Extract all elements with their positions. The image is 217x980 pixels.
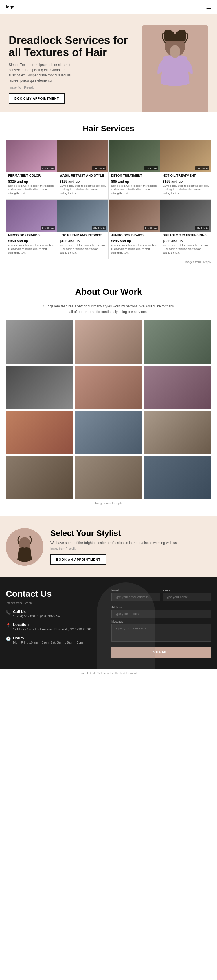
contact-call-item: 📞 Call Us 1 (234) 567 891, 1 (234) 987 6… bbox=[6, 609, 106, 619]
service-card-image: 2 hr 30 min bbox=[57, 140, 108, 172]
service-price: $155 and up bbox=[160, 178, 211, 184]
service-description: Sample text. Click to select the text bo… bbox=[160, 244, 211, 256]
book-appointment-button[interactable]: BOOK MY APPOINTMENT bbox=[9, 93, 65, 103]
location-label: Location bbox=[13, 622, 92, 627]
hours-label: Hours bbox=[13, 636, 83, 640]
contact-image-note: Images from Freepik bbox=[6, 601, 106, 605]
service-price: $295 and up bbox=[109, 237, 160, 244]
service-name: MIRCO BOX BRAIDS bbox=[6, 232, 57, 237]
location-text: 121 Rock Street, 21 Avenue, New York, NY… bbox=[13, 627, 92, 632]
service-card: 1 hr 30 minDETOX TREATMENT$85 and upSamp… bbox=[109, 140, 160, 199]
svg-point-2 bbox=[170, 45, 180, 58]
hero-person-image bbox=[142, 25, 208, 112]
gallery-item bbox=[6, 320, 73, 364]
gallery-item bbox=[6, 411, 73, 454]
gallery-item bbox=[144, 411, 211, 454]
service-price: $355 and up bbox=[160, 237, 211, 244]
service-card: 2 hr 30 minJUMBO BOX BRAIDS$295 and upSa… bbox=[109, 200, 160, 259]
contact-title: Contact Us bbox=[6, 589, 106, 599]
hair-services-title: Hair Services bbox=[6, 124, 211, 133]
stylist-image-note: Image from Freepik bbox=[50, 547, 177, 550]
gallery-item bbox=[144, 456, 211, 500]
gallery-grid bbox=[6, 320, 211, 500]
hero-section: Dreadlock Services for all Textures of H… bbox=[0, 14, 217, 112]
name-input[interactable] bbox=[163, 593, 212, 601]
hero-title: Dreadlock Services for all Textures of H… bbox=[9, 35, 142, 59]
service-name: WASH, RETWIST AND STYLE bbox=[57, 172, 108, 178]
service-description: Sample text. Click to select the text bo… bbox=[109, 244, 160, 256]
footer-text: Sample text. Click to select the Text El… bbox=[79, 672, 138, 675]
contact-hours-item: 🕐 Hours Mon–Fri ... 10 am – 8 pm, Sat, S… bbox=[6, 636, 106, 645]
gallery-item bbox=[6, 366, 73, 409]
service-price: $165 and up bbox=[57, 237, 108, 244]
service-time-badge: 1 hr 30 min bbox=[195, 167, 209, 170]
service-card: 2 hr 30 minLOC REPAIR AND RETWIST$165 an… bbox=[57, 200, 108, 259]
service-description: Sample text. Click to select the text bo… bbox=[6, 244, 57, 256]
stylist-image bbox=[6, 528, 43, 566]
contact-background-person bbox=[97, 582, 155, 669]
phone-icon: 📞 bbox=[6, 610, 11, 615]
service-card: 4 hr 30 minPERMANENT COLOR$325 and upSam… bbox=[6, 140, 57, 199]
service-time-badge: 4 hr 30 min bbox=[41, 167, 55, 170]
about-section: About Our Work Our gallery features a fe… bbox=[0, 275, 217, 517]
service-description: Sample text. Click to select the text bo… bbox=[6, 184, 57, 196]
service-name: DREADLOCKS EXTENSIONS bbox=[160, 232, 211, 237]
service-time-badge: 4 hr 30 min bbox=[195, 226, 209, 230]
gallery-item bbox=[75, 366, 143, 409]
gallery-item bbox=[6, 456, 73, 500]
service-time-badge: 2 hr 30 min bbox=[92, 167, 106, 170]
service-price: $325 and up bbox=[6, 178, 57, 184]
service-name: LOC REPAIR AND RETWIST bbox=[57, 232, 108, 237]
service-description: Sample text. Click to select the text bo… bbox=[57, 244, 108, 256]
service-time-badge: 1 hr 30 min bbox=[144, 167, 158, 170]
about-images-note: Images from Freepik bbox=[6, 502, 211, 505]
service-card-image: 1 hr 30 min bbox=[109, 140, 160, 172]
hero-content: Dreadlock Services for all Textures of H… bbox=[9, 35, 142, 112]
service-card-image: 4 hr 30 min bbox=[160, 200, 211, 232]
clock-icon: 🕐 bbox=[6, 636, 11, 641]
gallery-item bbox=[75, 456, 143, 500]
stylist-content: Select Your Stylist We have some of the … bbox=[50, 529, 177, 565]
service-card-image: 2 hr 30 min bbox=[6, 200, 57, 232]
gallery-item bbox=[75, 411, 143, 454]
contact-section: Contact Us Images from Freepik 📞 Call Us… bbox=[0, 577, 217, 669]
service-description: Sample text. Click to select the text bo… bbox=[109, 184, 160, 196]
book-appointment-stylist-button[interactable]: BOOK AN APPOINTMENT bbox=[50, 554, 106, 565]
service-card: 2 hr 30 minWASH, RETWIST AND STYLE$125 a… bbox=[57, 140, 108, 199]
service-name: HOT OIL TREATMENT bbox=[160, 172, 211, 178]
gallery-item bbox=[144, 366, 211, 409]
call-label: Call Us bbox=[13, 609, 60, 614]
service-card-image: 4 hr 30 min bbox=[6, 140, 57, 172]
menu-icon[interactable]: ☰ bbox=[206, 3, 211, 10]
contact-info: Contact Us Images from Freepik 📞 Call Us… bbox=[6, 589, 106, 658]
about-description: Our gallery features a few of our many s… bbox=[42, 304, 175, 315]
about-title: About Our Work bbox=[6, 287, 211, 297]
service-price: $85 and up bbox=[109, 178, 160, 184]
service-name: PERMANENT COLOR bbox=[6, 172, 57, 178]
service-card: 1 hr 30 minHOT OIL TREATMENT$155 and upS… bbox=[160, 140, 211, 199]
hours-text: Mon–Fri ... 10 am – 8 pm, Sat, Sun ... 8… bbox=[13, 640, 83, 645]
service-card-image: 2 hr 30 min bbox=[109, 200, 160, 232]
service-time-badge: 2 hr 30 min bbox=[41, 226, 55, 230]
service-description: Sample text. Click to select the text bo… bbox=[57, 184, 108, 196]
stylist-description: We have some of the brightest salon prof… bbox=[50, 541, 177, 545]
service-card: 4 hr 30 minDREADLOCKS EXTENSIONS$355 and… bbox=[160, 200, 211, 259]
header: logo ☰ bbox=[0, 0, 217, 14]
name-label: Name bbox=[163, 589, 212, 592]
contact-location-item: 📍 Location 121 Rock Street, 21 Avenue, N… bbox=[6, 622, 106, 632]
stylist-section: Select Your Stylist We have some of the … bbox=[0, 517, 217, 577]
hero-description: Simple Text. Lorem ipsum dolor sit amet,… bbox=[9, 62, 72, 83]
footer-sample: Sample text. Click to select the Text El… bbox=[0, 669, 217, 677]
service-description: Sample text. Click to select the text bo… bbox=[160, 184, 211, 196]
service-name: DETOX TREATMENT bbox=[109, 172, 160, 178]
service-time-badge: 2 hr 30 min bbox=[144, 226, 158, 230]
call-numbers: 1 (234) 567 891, 1 (234) 987 654 bbox=[13, 614, 60, 619]
location-icon: 📍 bbox=[6, 623, 11, 628]
gallery-item bbox=[144, 320, 211, 364]
service-price: $350 and up bbox=[6, 237, 57, 244]
hero-image-note: Image from Freepik bbox=[9, 86, 142, 89]
service-card: 2 hr 30 minMIRCO BOX BRAIDS$350 and upSa… bbox=[6, 200, 57, 259]
service-card-image: 1 hr 30 min bbox=[160, 140, 211, 172]
service-name: JUMBO BOX BRAIDS bbox=[109, 232, 160, 237]
service-price: $125 and up bbox=[57, 178, 108, 184]
